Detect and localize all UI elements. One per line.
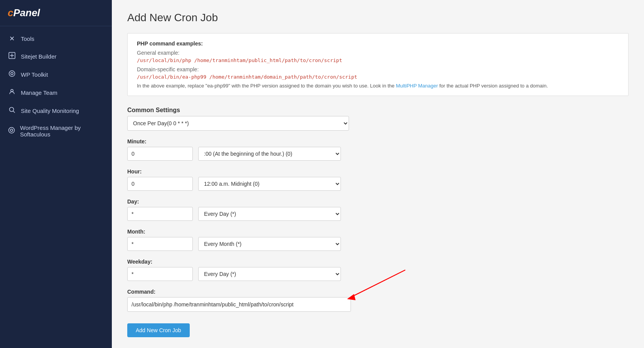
sitejet-icon — [8, 52, 16, 61]
tools-icon: ✕ — [8, 35, 16, 43]
domain-example-label: Domain-specific example: — [137, 66, 619, 72]
sidebar: cPanel ✕ Tools Sitejet Builder WP Toolki… — [0, 0, 112, 348]
sidebar-logo: cPanel — [0, 0, 112, 26]
add-cron-job-button[interactable]: Add New Cron Job — [127, 323, 190, 337]
sidebar-item-manageteam-label: Manage Team — [21, 89, 57, 96]
info-title: PHP command examples: — [137, 40, 619, 47]
svg-point-7 — [10, 129, 13, 131]
day-input[interactable]: * — [127, 207, 193, 221]
general-example-label: General example: — [137, 50, 619, 56]
logo-text: cPanel — [8, 7, 40, 18]
weekday-input[interactable]: * — [127, 267, 193, 281]
command-input-container: /usr/local/bin/php /home/tranminhtam/pub… — [127, 297, 351, 312]
weekday-group: Weekday: * Every Day (*) Sunday (0) Mond… — [127, 259, 629, 281]
sidebar-item-sitequality[interactable]: Site Quality Monitoring — [0, 102, 112, 120]
sidebar-item-tools-label: Tools — [21, 35, 34, 42]
month-field-row: * Every Month (*) January (1) February (… — [127, 237, 629, 251]
minute-label: Minute: — [127, 138, 629, 145]
page-title: Add New Cron Job — [127, 12, 629, 24]
common-settings-group: Common Settings Once Per Day(0 0 * * *) … — [127, 107, 629, 131]
sidebar-item-sitejet[interactable]: Sitejet Builder — [0, 47, 112, 66]
wordpressmanager-icon — [8, 127, 15, 136]
wptoolkit-icon — [8, 70, 16, 79]
month-label: Month: — [127, 229, 629, 235]
minute-field-row: 0 :00 (At the beginning of the hour.) (0… — [127, 147, 629, 161]
hour-field-row: 0 12:00 a.m. Midnight (0) 1:00 a.m. (1) … — [127, 177, 629, 191]
day-select[interactable]: Every Day (*) 1st 2nd 15th Last — [198, 207, 341, 221]
command-label: Command: — [127, 289, 629, 295]
weekday-select[interactable]: Every Day (*) Sunday (0) Monday (1) Satu… — [198, 267, 341, 281]
month-input[interactable]: * — [127, 237, 193, 251]
command-input[interactable]: /usr/local/bin/php /home/tranminhtam/pub… — [127, 297, 351, 312]
svg-point-2 — [11, 72, 13, 75]
svg-point-3 — [11, 89, 13, 92]
logo-c: c — [8, 7, 13, 18]
weekday-label: Weekday: — [127, 259, 629, 265]
svg-line-5 — [13, 111, 15, 113]
sidebar-item-wptoolkit-label: WP Toolkit — [21, 71, 48, 78]
multiphp-manager-link[interactable]: MultiPHP Manager — [396, 83, 438, 89]
info-note-before: In the above example, replace "ea-php99"… — [137, 83, 396, 89]
sidebar-item-tools[interactable]: ✕ Tools — [0, 30, 112, 47]
domain-example-code: /usr/local/bin/ea-php99 /home/tranminhta… — [137, 74, 619, 80]
day-field-row: * Every Day (*) 1st 2nd 15th Last — [127, 207, 629, 221]
logo-panel: Panel — [13, 7, 40, 18]
minute-group: Minute: 0 :00 (At the beginning of the h… — [127, 138, 629, 161]
common-settings-label: Common Settings — [127, 107, 629, 114]
manageteam-icon — [8, 88, 16, 97]
main-content: Add New Cron Job PHP command examples: G… — [112, 0, 644, 348]
weekday-field-row: * Every Day (*) Sunday (0) Monday (1) Sa… — [127, 267, 629, 281]
cron-form: Common Settings Once Per Day(0 0 * * *) … — [127, 107, 629, 337]
command-group: Command: /usr/local/bin/php /home/tranmi… — [127, 289, 629, 312]
hour-input[interactable]: 0 — [127, 177, 193, 191]
info-box: PHP command examples: General example: /… — [127, 33, 629, 96]
sidebar-navigation: ✕ Tools Sitejet Builder WP Toolkit Manag… — [0, 26, 112, 146]
hour-label: Hour: — [127, 168, 629, 175]
svg-point-6 — [9, 127, 15, 133]
sidebar-item-wptoolkit[interactable]: WP Toolkit — [0, 66, 112, 84]
sidebar-item-wordpressmanager-label: WordPress Manager by Softaculous — [20, 124, 104, 138]
common-settings-select[interactable]: Once Per Day(0 0 * * *) Once Per Hour(0 … — [127, 116, 349, 131]
day-label: Day: — [127, 198, 629, 205]
sidebar-item-manageteam[interactable]: Manage Team — [0, 84, 112, 102]
month-select[interactable]: Every Month (*) January (1) February (2)… — [198, 237, 341, 251]
sitequality-icon — [8, 106, 16, 115]
minute-input[interactable]: 0 — [127, 147, 193, 161]
sidebar-item-sitequality-label: Site Quality Monitoring — [21, 108, 79, 114]
month-group: Month: * Every Month (*) January (1) Feb… — [127, 229, 629, 251]
sidebar-item-wordpressmanager[interactable]: WordPress Manager by Softaculous — [0, 120, 112, 142]
minute-select[interactable]: :00 (At the beginning of the hour.) (0) … — [198, 147, 341, 161]
day-group: Day: * Every Day (*) 1st 2nd 15th Last — [127, 198, 629, 221]
info-note-after: for the actual PHP version assigned to a… — [438, 83, 548, 89]
svg-point-1 — [9, 71, 15, 77]
info-note: In the above example, replace "ea-php99"… — [137, 83, 619, 89]
sidebar-item-sitejet-label: Sitejet Builder — [21, 53, 57, 60]
general-example-code: /usr/local/bin/php /home/tranminhtam/pub… — [137, 57, 619, 63]
hour-group: Hour: 0 12:00 a.m. Midnight (0) 1:00 a.m… — [127, 168, 629, 191]
hour-select[interactable]: 12:00 a.m. Midnight (0) 1:00 a.m. (1) 2:… — [198, 177, 341, 191]
